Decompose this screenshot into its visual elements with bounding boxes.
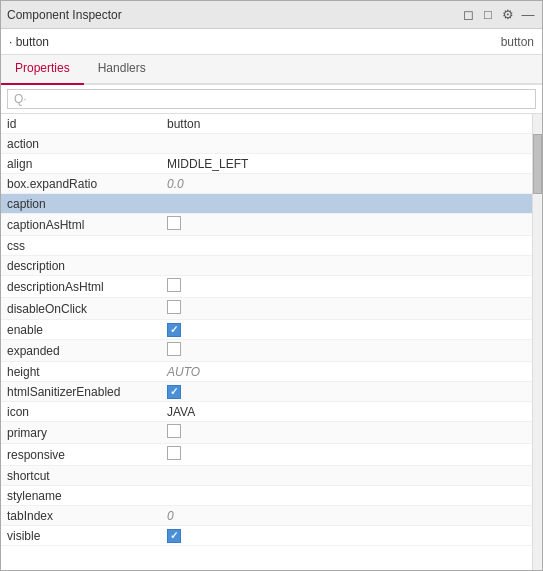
prop-value: 0.0 <box>161 175 532 193</box>
prop-value[interactable] <box>161 320 532 339</box>
title-bar-buttons: ◻ □ ⚙ ― <box>460 7 536 23</box>
checkbox-disableOnClick[interactable] <box>167 300 181 314</box>
table-row[interactable]: action <box>1 134 532 154</box>
table-row[interactable]: stylename <box>1 486 532 506</box>
component-name: · button <box>9 35 49 49</box>
prop-value: button <box>161 115 532 133</box>
table-row[interactable]: box.expandRatio0.0 <box>1 174 532 194</box>
prop-value[interactable] <box>161 298 532 319</box>
prop-value[interactable] <box>161 382 532 401</box>
table-row[interactable]: shortcut <box>1 466 532 486</box>
prop-name: responsive <box>1 446 161 464</box>
tabs-bar: Properties Handlers <box>1 55 542 85</box>
component-type: button <box>501 35 534 49</box>
component-type-bar: · button button <box>1 29 542 55</box>
prop-name: height <box>1 363 161 381</box>
prop-value: JAVA <box>161 403 532 421</box>
checkbox-expanded[interactable] <box>167 342 181 356</box>
prop-value[interactable] <box>161 526 532 545</box>
checkbox-descriptionAsHtml[interactable] <box>167 278 181 292</box>
prop-name: htmlSanitizerEnabled <box>1 383 161 401</box>
prop-value <box>161 244 532 248</box>
prop-value <box>161 264 532 268</box>
table-row[interactable]: tabIndex0 <box>1 506 532 526</box>
prop-value[interactable] <box>161 444 532 465</box>
prop-name: primary <box>1 424 161 442</box>
checkbox-captionAsHtml[interactable] <box>167 216 181 230</box>
search-bar <box>1 85 542 114</box>
table-row[interactable]: descriptionAsHtml <box>1 276 532 298</box>
prop-name: visible <box>1 527 161 545</box>
table-row[interactable]: css <box>1 236 532 256</box>
prop-value <box>161 494 532 498</box>
prop-name: description <box>1 257 161 275</box>
properties-panel: idbuttonactionalignMIDDLE_LEFTbox.expand… <box>1 114 542 570</box>
prop-value: 0 <box>161 507 532 525</box>
settings-icon[interactable]: ⚙ <box>500 7 516 23</box>
tab-handlers[interactable]: Handlers <box>84 55 160 85</box>
tab-properties[interactable]: Properties <box>1 55 84 85</box>
prop-name: icon <box>1 403 161 421</box>
table-row[interactable]: responsive <box>1 444 532 466</box>
table-row[interactable]: primary <box>1 422 532 444</box>
prop-name: box.expandRatio <box>1 175 161 193</box>
prop-name: enable <box>1 321 161 339</box>
checkbox-primary[interactable] <box>167 424 181 438</box>
table-row[interactable]: visible <box>1 526 532 546</box>
prop-name: disableOnClick <box>1 300 161 318</box>
prop-name: align <box>1 155 161 173</box>
table-row[interactable]: caption <box>1 194 532 214</box>
table-row[interactable]: enable <box>1 320 532 340</box>
prop-name: action <box>1 135 161 153</box>
close-icon[interactable]: ― <box>520 7 536 23</box>
search-input[interactable] <box>7 89 536 109</box>
table-row[interactable]: idbutton <box>1 114 532 134</box>
prop-value: MIDDLE_LEFT <box>161 155 532 173</box>
table-row[interactable]: alignMIDDLE_LEFT <box>1 154 532 174</box>
table-row[interactable]: iconJAVA <box>1 402 532 422</box>
checkbox-visible[interactable] <box>167 529 181 543</box>
scrollbar-track[interactable] <box>532 114 542 570</box>
prop-name: stylename <box>1 487 161 505</box>
prop-name: css <box>1 237 161 255</box>
table-row[interactable]: heightAUTO <box>1 362 532 382</box>
table-row[interactable]: description <box>1 256 532 276</box>
prop-value <box>161 202 532 206</box>
prop-name: shortcut <box>1 467 161 485</box>
checkbox-enable[interactable] <box>167 323 181 337</box>
prop-name: caption <box>1 195 161 213</box>
checkbox-responsive[interactable] <box>167 446 181 460</box>
prop-name: id <box>1 115 161 133</box>
prop-value[interactable] <box>161 214 532 235</box>
prop-value: AUTO <box>161 363 532 381</box>
prop-value[interactable] <box>161 340 532 361</box>
prop-name: expanded <box>1 342 161 360</box>
table-row[interactable]: disableOnClick <box>1 298 532 320</box>
prop-value[interactable] <box>161 276 532 297</box>
window-title: Component Inspector <box>7 8 460 22</box>
checkbox-htmlSanitizerEnabled[interactable] <box>167 385 181 399</box>
maximize-icon[interactable]: □ <box>480 7 496 23</box>
prop-value <box>161 474 532 478</box>
properties-table: idbuttonactionalignMIDDLE_LEFTbox.expand… <box>1 114 532 570</box>
prop-value[interactable] <box>161 422 532 443</box>
scrollbar-thumb[interactable] <box>533 134 542 194</box>
title-bar: Component Inspector ◻ □ ⚙ ― <box>1 1 542 29</box>
table-row[interactable]: captionAsHtml <box>1 214 532 236</box>
table-row[interactable]: htmlSanitizerEnabled <box>1 382 532 402</box>
component-inspector-window: Component Inspector ◻ □ ⚙ ― · button but… <box>0 0 543 571</box>
prop-value <box>161 142 532 146</box>
prop-name: captionAsHtml <box>1 216 161 234</box>
prop-name: descriptionAsHtml <box>1 278 161 296</box>
table-row[interactable]: expanded <box>1 340 532 362</box>
restore-icon[interactable]: ◻ <box>460 7 476 23</box>
prop-name: tabIndex <box>1 507 161 525</box>
